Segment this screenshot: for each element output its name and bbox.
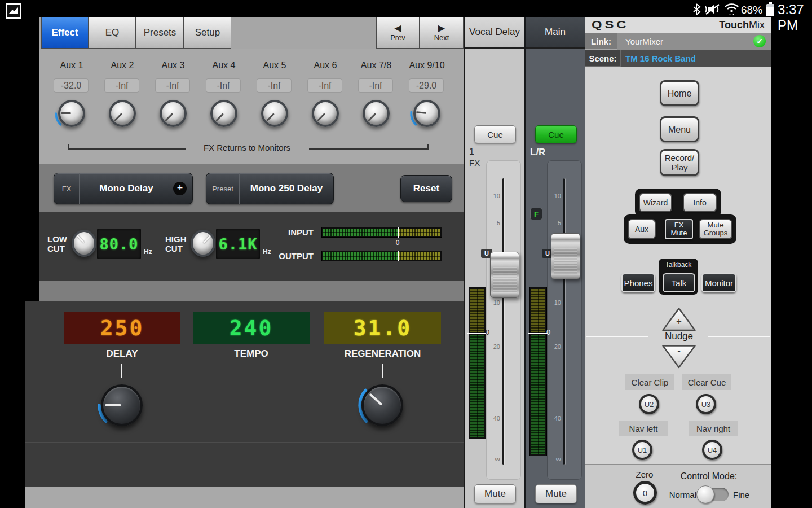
next-button[interactable]: ▶ Next [420,17,464,49]
aux-910-value[interactable]: -29.0 [409,78,444,93]
aux-6-value[interactable]: -Inf [307,78,342,93]
fx-return-strip-header[interactable]: Vocal Delay [465,17,524,49]
u2-button[interactable]: U2 [639,394,659,414]
fx-mute-button[interactable]: FXMute [665,219,693,239]
product-name: TouchMix [719,19,765,31]
control-mode-label: Control Mode: [664,471,754,481]
fx-add-icon: + [173,182,187,195]
aux-1-value[interactable]: -32.0 [54,78,89,93]
output-meter [321,251,442,261]
aux-78-knob[interactable] [363,100,390,127]
main-fader-track[interactable]: 10 5 5 10 20 40 ∞ U [547,160,582,480]
scene-value: TM 16 Rock Band [625,50,696,67]
low-cut-knob[interactable] [72,230,96,257]
link-row[interactable]: Link: YourMixer ✓ [585,33,771,50]
fx-return-fader-cap[interactable] [490,252,519,298]
next-arrow-icon: ▶ [438,24,445,33]
aux-6-label: Aux 6 [299,60,352,71]
reset-button[interactable]: Reset [400,175,452,202]
nudge-down-button[interactable]: - [661,344,696,368]
main-fader-cap[interactable] [551,233,580,279]
fx-return-fader-track[interactable]: 10 5 5 10 20 40 ∞ U [486,160,521,480]
main-cue-button[interactable]: Cue [535,125,577,143]
aux-3-knob[interactable] [160,100,187,127]
tab-presets[interactable]: Presets [136,17,184,49]
prev-button[interactable]: ◀ Prev [376,17,420,49]
aux-4-value[interactable]: -Inf [206,78,241,93]
u1-button[interactable]: U1 [632,440,652,460]
meter-zero-label: 0 [392,239,403,247]
aux-1-knob[interactable] [58,100,85,127]
fx-returns-bracket-right [309,144,429,150]
record-play-button[interactable]: Record/ Play [660,149,699,176]
u3-button[interactable]: U3 [696,394,716,414]
fx-return-meter [469,287,486,439]
aux-78-value[interactable]: -Inf [358,78,393,93]
main-mute-button[interactable]: Mute [535,484,577,503]
aux-5-value[interactable]: -Inf [257,78,292,93]
divider-line-right [708,336,770,337]
u4-button[interactable]: U4 [702,440,722,460]
scale-5-top: 5 [548,220,561,226]
aux-2-knob[interactable] [109,100,136,127]
fader-slot [563,178,565,465]
aux-6-knob[interactable] [312,100,339,127]
high-cut-knob[interactable] [191,230,215,257]
info-button[interactable]: Info [683,193,717,212]
fx-type-selector[interactable]: FX Mono Delay + [54,173,193,204]
input-meter [321,227,442,238]
main-strip: Main Cue L/R F 10 5 5 10 20 40 ∞ U 0 Mut… [524,17,585,508]
menu-button[interactable]: Menu [660,116,699,142]
battery-percent: 68% [741,4,762,16]
fx-return-cue-button[interactable]: Cue [474,125,516,143]
regeneration-knob[interactable] [361,384,403,426]
home-button[interactable]: Home [660,80,699,106]
clear-cue-label: Clear Cue [682,374,731,390]
aux-5-knob[interactable] [261,100,288,127]
tab-effect[interactable]: Effect [41,17,89,49]
monitor-button[interactable]: Monitor [701,273,736,292]
control-mode-toggle[interactable] [698,488,729,501]
main-strip-header[interactable]: Main [526,17,585,49]
scale-infinity: ∞ [548,454,561,463]
delay-knob[interactable] [101,384,143,426]
aux-4-label: Aux 4 [197,60,250,71]
screenshot-notification-icon [6,3,21,19]
preset-selector[interactable]: Preset Mono 250 Delay [206,173,334,204]
phones-button[interactable]: Phones [621,273,655,292]
touchmix-app: 68% 3:37 PM Effect EQ Presets Setup ◀ Pr… [0,0,812,508]
fx-return-bus-label: FX [469,158,480,168]
aux-2-label: Aux 2 [96,60,149,71]
talk-button[interactable]: Talk [663,273,695,292]
toggle-knob[interactable] [696,485,714,503]
scale-40: 40 [548,415,561,422]
tab-eq[interactable]: EQ [89,17,136,49]
delay-parameters-section: 250 240 31.0 DELAY TEMPO REGENERATION [25,301,464,487]
nav-right-label: Nav right [689,421,738,436]
aux-910-knob[interactable] [413,100,440,127]
zero-label: Zero [628,470,661,479]
tab-row: Effect EQ Presets Setup ◀ Prev ▶ Next [39,17,464,49]
normal-mode-label: Normal [652,490,696,500]
fx-select-bar: FX Mono Delay + Preset Mono 250 Delay Re… [39,164,464,212]
wizard-button[interactable]: Wizard [639,193,672,212]
nudge-up-button[interactable]: + [661,307,696,331]
fx-return-mute-button[interactable]: Mute [474,484,516,503]
fx-returns-bracket-left [68,144,186,150]
aux-4-knob[interactable] [210,100,237,127]
scale-40: 40 [487,415,500,422]
qsc-logo: QSC [592,19,629,31]
link-label: Link: [585,33,617,50]
scene-row[interactable]: Scene: TM 16 Rock Band [585,50,771,67]
aux-button[interactable]: Aux [628,219,656,239]
mute-groups-button[interactable]: MuteGroups [699,219,732,239]
tab-setup[interactable]: Setup [184,17,231,49]
divider [25,442,464,443]
aux-1-label: Aux 1 [45,60,98,71]
aux-78-label: Aux 7/8 [350,60,403,71]
low-cut-unit: Hz [144,248,152,256]
aux-2-value[interactable]: -Inf [104,78,139,93]
control-panel: QSC TouchMix Link: YourMixer ✓ Scene: TM… [585,17,771,508]
fine-mode-badge[interactable]: F [530,208,542,220]
aux-3-value[interactable]: -Inf [155,78,190,93]
